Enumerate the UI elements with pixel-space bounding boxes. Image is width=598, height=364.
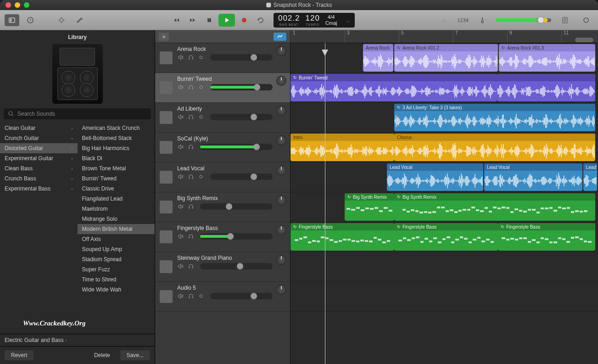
preset-item[interactable]: Modern British Metal [78,224,155,234]
region[interactable]: ↻Fingerstyle Bass [498,223,595,251]
track-lane[interactable]: ↻Fingerstyle Bass↻Fingerstyle Bass↻Finge… [291,222,598,252]
preset-item[interactable]: Classic Drive [78,184,155,194]
region[interactable] [497,74,595,101]
track-header[interactable]: Lead Vocal [155,162,290,192]
volume-slider[interactable] [210,84,273,90]
volume-slider[interactable] [200,263,273,269]
region[interactable]: Chorus [394,134,595,161]
delete-button[interactable]: Delete [88,350,117,360]
smart-controls-button[interactable] [54,14,69,26]
stop-button[interactable] [202,14,217,27]
input-button[interactable] [197,54,205,61]
volume-slider[interactable] [210,174,273,180]
pan-knob[interactable] [276,135,286,146]
play-button[interactable] [218,14,235,27]
pan-knob[interactable] [276,255,286,265]
preset-item[interactable]: Flangilated Lead [78,194,155,204]
cycle-button[interactable] [253,14,268,27]
close-window-button[interactable] [6,2,11,8]
volume-slider[interactable] [200,233,273,240]
region[interactable]: ↻Arena Rock #01.3 [499,44,595,72]
tuner-button[interactable] [436,14,451,26]
mute-button[interactable] [177,54,184,61]
pan-knob[interactable] [276,225,286,235]
mute-button[interactable] [177,203,184,210]
region[interactable]: ↻Fingerstyle Bass [394,223,498,251]
mute-button[interactable] [177,293,184,299]
mute-button[interactable] [177,144,184,150]
save-button[interactable]: Save... [120,350,150,360]
input-button[interactable] [197,84,205,90]
category-item[interactable]: Distorted Guitar› [0,143,78,153]
minimize-window-button[interactable] [15,2,20,8]
preset-item[interactable]: Time to Shred [78,274,155,285]
track-lane[interactable]: Lead VocalLead VocalLead [291,162,598,192]
revert-button[interactable]: Revert [5,350,34,360]
track-lane[interactable]: IntroChorus [291,133,598,162]
volume-slider[interactable] [200,144,273,150]
record-button[interactable] [237,14,251,27]
notepad-button[interactable] [558,14,572,26]
track-header[interactable]: Burnin' Tweed [155,73,290,103]
loop-browser-button[interactable] [579,14,593,26]
pan-knob[interactable] [276,76,286,86]
input-button[interactable] [197,174,205,180]
lcd-display[interactable]: 002.2 BAR BEAT 120 TEMPO 4/4 Cmaj ⌵ [274,13,355,28]
volume-slider[interactable] [210,293,273,299]
search-sounds-input[interactable]: Search Sounds [4,108,151,119]
preset-item[interactable]: Burnin' Tweed [78,174,155,184]
library-toggle-button[interactable] [5,14,19,26]
pan-knob[interactable] [276,285,286,295]
preset-item[interactable]: Brown Tone Metal [78,163,155,174]
input-button[interactable] [197,114,205,120]
region[interactable]: ↻Big Synth Remix [394,193,595,221]
region[interactable]: ↻Fingerstyle Bass [291,223,394,251]
automation-button[interactable] [274,33,286,41]
volume-slider[interactable] [210,54,273,61]
track-lane[interactable] [291,282,598,312]
preset-item[interactable]: Maelstrom [78,204,155,214]
forward-button[interactable] [185,14,200,27]
headphones-button[interactable] [187,84,195,90]
category-item[interactable]: Crunch Bass› [0,174,78,184]
mute-button[interactable] [177,263,184,269]
lcd-time-signature[interactable]: 4/4 [325,14,337,20]
track-header[interactable]: Audio 5 [155,282,290,312]
track-header[interactable]: Arena Rock [155,43,290,73]
track-lane[interactable]: ↻3 Ad Liberty: Take 3 (3 takes) [291,103,598,133]
input-button[interactable] [197,293,205,299]
preset-item[interactable]: Black DI [78,153,155,163]
preset-item[interactable]: Stadium Spread [78,254,155,264]
category-item[interactable]: Experimental Guitar› [0,153,78,163]
preset-item[interactable]: Midrange Solo [78,214,155,224]
library-breadcrumb[interactable]: Electric Guitar and Bass › [0,334,155,346]
preset-item[interactable]: American Stack Crunch [78,123,155,133]
track-header[interactable]: Steinway Grand Piano [155,252,290,282]
mute-button[interactable] [177,174,184,180]
track-header[interactable]: Big Synth Remix [155,192,290,222]
lcd-position[interactable]: 002.2 [278,14,300,23]
lcd-key-signature[interactable]: Cmaj [325,20,337,26]
track-lane[interactable]: ↻Burnin' Tweed [291,73,598,103]
mute-button[interactable] [177,233,184,240]
master-volume-slider[interactable] [496,18,551,22]
region[interactable]: ↻3 Ad Liberty: Take 3 (3 takes) [394,104,595,131]
track-lane[interactable]: Arena Rock↻Arena Rock #01.2↻Arena Rock #… [291,43,598,73]
preset-item[interactable]: Big Hair Harmonics [78,143,155,153]
quick-help-button[interactable]: ? [23,14,38,26]
rewind-button[interactable] [169,14,184,27]
preset-item[interactable]: Wide Wide Wah [78,285,155,295]
volume-slider[interactable] [200,203,273,210]
preset-item[interactable]: Souped Up Amp [78,244,155,254]
timeline-ruler[interactable]: 1357911 [291,30,598,43]
metronome-button[interactable] [475,14,490,26]
mute-button[interactable] [177,84,184,90]
headphones-button[interactable] [187,114,195,120]
category-item[interactable]: Clean Guitar› [0,123,78,133]
track-lane[interactable]: ↻Big Synth Remix↻Big Synth Remix [291,192,598,222]
horizontal-scroll-thumb[interactable] [575,38,593,42]
headphones-button[interactable] [187,54,195,61]
track-lane[interactable] [291,252,598,282]
tracks-area[interactable]: Arena Rock↻Arena Rock #01.2↻Arena Rock #… [291,43,598,364]
category-item[interactable]: Crunch Guitar› [0,133,78,143]
